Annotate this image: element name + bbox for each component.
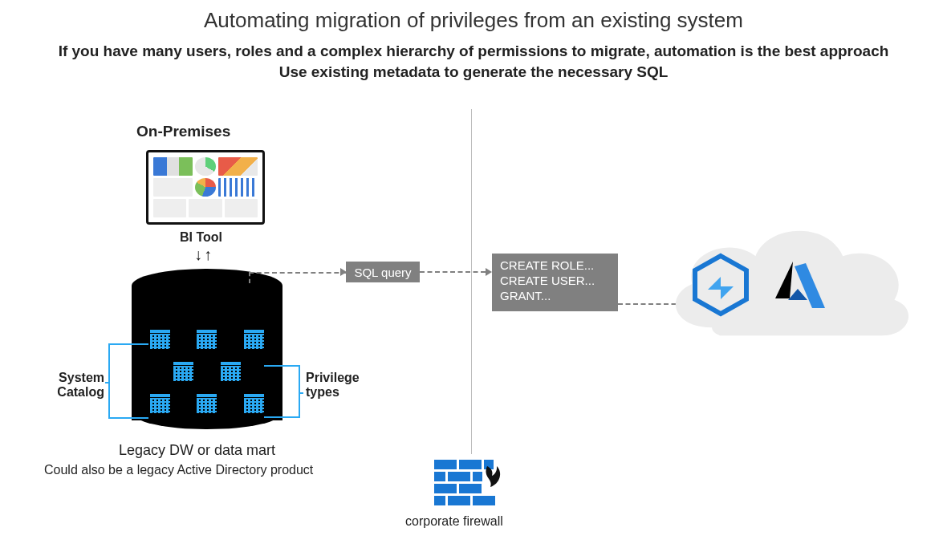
bi-db-arrows-icon: ↓↑ [194, 246, 213, 264]
sql-query-box: SQL query [346, 262, 420, 282]
svg-rect-7 [459, 484, 482, 493]
database-label: Legacy DW or data mart [119, 442, 275, 459]
privilege-types-label: Privilege types [306, 371, 378, 399]
azure-synapse-icon [689, 253, 753, 317]
sql-commands-box: CREATE ROLE... CREATE USER... GRANT... [492, 254, 618, 311]
bi-tool-icon [146, 150, 265, 225]
svg-rect-6 [434, 484, 457, 493]
firewall-label: corporate firewall [405, 514, 503, 529]
database-icon [132, 269, 282, 429]
cmd-create-user: CREATE USER... [500, 274, 595, 287]
svg-rect-8 [434, 496, 445, 505]
cmd-create-role: CREATE ROLE... [500, 258, 594, 272]
diagram-stage: On-Premises BI Tool ↓↑ [0, 104, 947, 560]
firewall-divider-line [471, 109, 472, 454]
svg-rect-10 [473, 496, 495, 505]
svg-rect-9 [448, 496, 470, 505]
svg-rect-1 [459, 460, 482, 469]
subtitle-line-1: If you have many users, roles and a comp… [0, 43, 947, 60]
page-title: Automating migration of privileges from … [0, 0, 947, 33]
subtitle-line-2: Use existing metadata to generate the ne… [0, 63, 947, 81]
cmd-grant: GRANT... [500, 289, 551, 302]
svg-rect-3 [434, 472, 445, 481]
svg-rect-4 [448, 472, 470, 481]
svg-rect-0 [434, 460, 457, 469]
privilege-bracket-icon [264, 365, 300, 418]
bi-tool-label: BI Tool [180, 230, 222, 245]
svg-rect-5 [473, 472, 482, 481]
onprem-heading: On-Premises [136, 123, 230, 140]
catalog-bracket-icon [108, 343, 148, 419]
firewall-icon [434, 460, 508, 508]
azure-logo-icon [770, 258, 828, 311]
database-sublabel: Could also be a legacy Active Directory … [44, 463, 313, 477]
system-catalog-label: System Catalog [40, 371, 104, 399]
